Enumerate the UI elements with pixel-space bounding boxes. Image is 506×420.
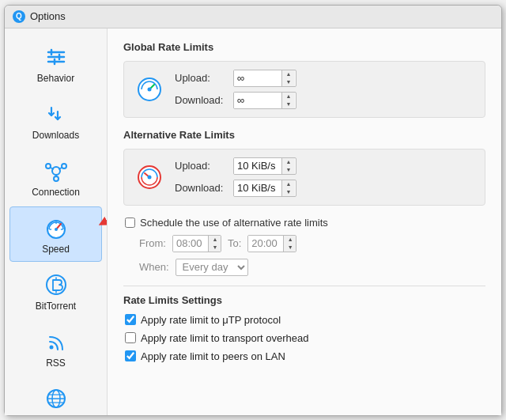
speed-icon [42, 214, 70, 242]
alt-rate-limits-title: Alternative Rate Limits [123, 129, 485, 141]
global-rate-group: Upload: ▲ ▼ Download: [123, 61, 485, 118]
to-input-wrap[interactable]: ▲ ▼ [247, 235, 296, 252]
sidebar-label-downloads: Downloads [32, 130, 79, 141]
to-spin-up[interactable]: ▲ [284, 236, 296, 244]
schedule-label[interactable]: Schedule the use of alternative rate lim… [140, 217, 328, 229]
webui-icon [42, 384, 70, 413]
global-download-spin-up[interactable]: ▲ [282, 93, 295, 100]
divider [123, 286, 485, 286]
main-content: Global Rate Limits Upload: [108, 28, 501, 415]
alt-upload-spinners: ▲ ▼ [281, 158, 295, 174]
annotation-arrow [98, 209, 108, 231]
sidebar-item-bittorrent[interactable]: BitTorrent [9, 263, 102, 319]
alt-download-row: Download: ▲ ▼ [175, 180, 296, 197]
svg-point-24 [49, 345, 53, 349]
svg-point-7 [46, 164, 51, 168]
alt-download-label: Download: [175, 182, 227, 194]
to-label: To: [228, 237, 241, 249]
from-input[interactable] [173, 236, 208, 252]
to-input[interactable] [248, 236, 283, 252]
downloads-icon [42, 100, 70, 128]
checkbox-utp-row: Apply rate limit to μTP protocol [123, 314, 485, 326]
alt-rate-icon [135, 163, 164, 191]
alt-upload-spin-up[interactable]: ▲ [282, 158, 295, 166]
alt-download-input[interactable] [234, 180, 281, 196]
alt-download-spin-up[interactable]: ▲ [282, 180, 295, 188]
global-download-label: Download: [175, 94, 227, 106]
sidebar-item-webui[interactable]: Web UI [9, 377, 102, 415]
when-row: When: Every day Weekdays Weekends [123, 259, 485, 276]
alt-upload-input-wrap[interactable]: ▲ ▼ [233, 157, 296, 175]
when-select[interactable]: Every day Weekdays Weekends [176, 259, 248, 276]
behavior-icon [42, 43, 70, 71]
from-spin-up[interactable]: ▲ [209, 236, 221, 244]
checkbox-utp[interactable] [125, 314, 136, 325]
sidebar-label-rss: RSS [46, 358, 66, 369]
checkbox-lan[interactable] [125, 350, 136, 361]
svg-point-33 [148, 87, 152, 91]
svg-point-15 [55, 228, 58, 231]
sidebar: Behavior Downloads [5, 28, 108, 415]
checkbox-transport-label[interactable]: Apply rate limit to transport overhead [141, 332, 308, 344]
schedule-row: Schedule the use of alternative rate lim… [123, 217, 485, 229]
titlebar: Q Options [5, 6, 501, 28]
alt-upload-label: Upload: [175, 160, 227, 172]
global-upload-spin-up[interactable]: ▲ [282, 70, 295, 78]
alt-rate-fields: Upload: ▲ ▼ Download: [175, 157, 296, 197]
global-upload-input-wrap[interactable]: ▲ ▼ [233, 70, 296, 87]
global-download-input[interactable] [234, 93, 281, 108]
global-download-spinners: ▲ ▼ [281, 93, 295, 108]
global-rate-fields: Upload: ▲ ▼ Download: [175, 70, 296, 109]
sidebar-item-speed[interactable]: Speed [9, 206, 102, 262]
svg-point-9 [54, 176, 59, 181]
alt-upload-spin-down[interactable]: ▼ [282, 166, 295, 174]
alt-upload-row: Upload: ▲ ▼ [175, 157, 296, 175]
global-upload-spinners: ▲ ▼ [281, 70, 295, 86]
to-spin-down[interactable]: ▼ [284, 244, 296, 252]
sidebar-item-behavior[interactable]: Behavior [9, 36, 102, 91]
checkbox-transport-row: Apply rate limit to transport overhead [123, 332, 485, 344]
global-upload-spin-down[interactable]: ▼ [282, 78, 295, 86]
checkbox-lan-row: Apply rate limit to peers on LAN [123, 350, 485, 362]
window-title: Options [30, 10, 66, 22]
alt-rate-group: Upload: ▲ ▼ Download: [123, 149, 485, 206]
sidebar-label-bittorrent: BitTorrent [36, 301, 76, 312]
sidebar-item-connection[interactable]: Connection [9, 149, 102, 205]
alt-download-input-wrap[interactable]: ▲ ▼ [233, 180, 296, 197]
checkbox-utp-label[interactable]: Apply rate limit to μTP protocol [141, 314, 281, 326]
global-upload-row: Upload: ▲ ▼ [175, 70, 296, 87]
to-spinners: ▲ ▼ [283, 236, 296, 252]
svg-point-6 [52, 167, 60, 175]
from-spin-down[interactable]: ▼ [209, 244, 221, 252]
rss-icon [42, 327, 70, 356]
rate-limits-settings-title: Rate Limits Settings [123, 294, 485, 306]
global-upload-input[interactable] [234, 70, 281, 86]
from-input-wrap[interactable]: ▲ ▼ [172, 235, 221, 252]
schedule-checkbox[interactable] [125, 218, 135, 228]
sidebar-label-speed: Speed [42, 244, 70, 255]
sidebar-label-behavior: Behavior [37, 73, 74, 84]
connection-icon [42, 157, 70, 185]
global-rate-limits-title: Global Rate Limits [123, 41, 485, 53]
global-rate-icon [135, 75, 164, 104]
checkbox-lan-label[interactable]: Apply rate limit to peers on LAN [141, 350, 285, 362]
alt-download-spinners: ▲ ▼ [281, 180, 295, 196]
sidebar-item-rss[interactable]: RSS [9, 320, 102, 376]
from-spinners: ▲ ▼ [208, 236, 221, 252]
app-icon: Q [13, 10, 25, 23]
options-window: Q Options Behavior [4, 5, 502, 416]
global-download-row: Download: ▲ ▼ [175, 92, 296, 109]
alt-upload-input[interactable] [234, 158, 281, 174]
content-area: Behavior Downloads [5, 28, 501, 415]
alt-download-spin-down[interactable]: ▼ [282, 188, 295, 196]
sidebar-item-downloads[interactable]: Downloads [9, 93, 102, 148]
global-download-input-wrap[interactable]: ▲ ▼ [233, 92, 296, 109]
bittorrent-icon [42, 271, 70, 299]
checkbox-transport[interactable] [125, 332, 136, 343]
global-upload-label: Upload: [175, 72, 227, 84]
from-to-row: From: ▲ ▼ To: ▲ ▼ [123, 235, 485, 252]
when-label: When: [139, 261, 169, 273]
sidebar-label-webui: Web UI [40, 414, 72, 415]
global-download-spin-down[interactable]: ▼ [282, 100, 295, 108]
from-label: From: [139, 237, 166, 249]
